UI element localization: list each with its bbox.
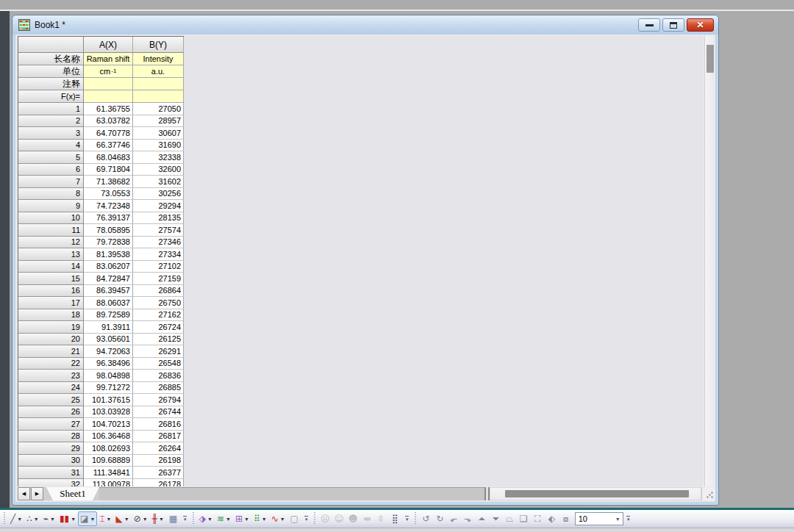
data-cell-a[interactable]: 61.36755 <box>84 103 133 115</box>
dropdown-arrow-icon[interactable]: ▼ <box>50 517 55 522</box>
data-cell-a[interactable]: 113.00978 <box>84 479 133 487</box>
data-cell-b[interactable]: 28957 <box>133 115 184 128</box>
data-cell-b[interactable]: 26794 <box>133 394 184 406</box>
tilt-left-button[interactable]: ⬐ <box>447 511 461 526</box>
rotate-ccw-button[interactable]: ↺ <box>419 511 433 526</box>
line-symbol-plot-button[interactable]: ⌁▼ <box>41 511 57 526</box>
multi-panel-plot-button[interactable]: ∿▼ <box>269 511 287 526</box>
data-cell-a[interactable]: 76.39137 <box>84 212 133 225</box>
scatter-plot-button[interactable]: ∴▼ <box>24 511 41 526</box>
3d-surface-plot-button[interactable]: ≋▼ <box>215 511 233 526</box>
line-plot-button[interactable]: ╱▼ <box>8 511 24 526</box>
toolbar-grip-2d-graphs[interactable] <box>3 512 6 525</box>
toolbar-grip-3d-rotation[interactable] <box>414 512 417 525</box>
increase-perspective-button[interactable]: ⏶ <box>475 511 489 526</box>
dropdown-arrow-icon[interactable]: ▼ <box>159 517 164 522</box>
fx-a-cell[interactable] <box>84 90 133 103</box>
stock-chart-button[interactable]: ╫▼ <box>150 511 166 526</box>
area-plot-button[interactable]: ◪▼ <box>78 511 97 526</box>
row-number-cell[interactable]: 11 <box>18 224 84 237</box>
close-button[interactable]: ✕ <box>687 18 714 32</box>
rotation-angle-combobox[interactable]: 10 ▼ <box>575 512 623 525</box>
row-number-cell[interactable]: 17 <box>18 297 84 309</box>
row-number-cell[interactable]: 27 <box>18 418 84 431</box>
data-cell-a[interactable]: 86.39457 <box>84 285 133 298</box>
data-cell-a[interactable]: 94.72063 <box>84 345 133 358</box>
data-cell-b[interactable]: 31690 <box>133 140 184 152</box>
comments-b-cell[interactable] <box>133 78 184 90</box>
dropdown-arrow-icon[interactable]: ▼ <box>107 517 112 522</box>
data-cell-b[interactable]: 26264 <box>133 442 184 455</box>
data-cell-a[interactable]: 106.36468 <box>84 431 133 443</box>
data-cell-a[interactable]: 84.72847 <box>84 273 133 285</box>
dropdown-arrow-icon[interactable]: ▼ <box>90 517 95 522</box>
data-cell-a[interactable]: 78.05895 <box>84 224 133 237</box>
data-cell-b[interactable]: 26836 <box>133 370 184 382</box>
scatter-matrix-button[interactable]: ⠿▼ <box>251 511 269 526</box>
row-number-cell[interactable]: 5 <box>18 151 84 164</box>
decrease-perspective-button[interactable]: ⏷ <box>489 511 503 526</box>
row-number-cell[interactable]: 1 <box>18 103 84 115</box>
edit-mask-mode-button[interactable]: ⣿ <box>388 511 402 526</box>
data-cell-a[interactable]: 73.0553 <box>84 188 133 201</box>
dropdown-arrow-icon[interactable]: ▼ <box>226 517 231 522</box>
data-cell-a[interactable]: 66.37746 <box>84 140 133 152</box>
row-number-cell[interactable]: 26 <box>18 406 84 419</box>
toolbar-overflow-mask[interactable]: ▼ <box>404 511 411 526</box>
data-cell-a[interactable]: 109.68889 <box>84 455 133 467</box>
dropdown-arrow-icon[interactable]: ▼ <box>262 517 267 522</box>
dropdown-arrow-icon[interactable]: ▼ <box>34 517 39 522</box>
row-number-cell[interactable]: 15 <box>18 273 84 285</box>
vertical-scrollbar[interactable] <box>704 36 715 486</box>
comments-a-cell[interactable] <box>84 78 133 90</box>
row-number-cell[interactable]: 7 <box>18 176 84 188</box>
data-cell-b[interactable]: 28135 <box>133 212 184 225</box>
fill-area-plot-button[interactable]: ◣▼ <box>114 511 132 526</box>
previous-sheet-button[interactable]: ◀ <box>18 487 30 500</box>
data-cell-a[interactable]: 101.37615 <box>84 394 133 406</box>
row-number-cell[interactable]: 16 <box>18 285 84 298</box>
reset-perspective-button[interactable]: ⏢ <box>503 511 517 526</box>
data-cell-b[interactable]: 26291 <box>133 345 184 358</box>
data-cell-a[interactable]: 74.72348 <box>84 200 133 212</box>
row-number-cell[interactable]: 6 <box>18 164 84 176</box>
data-cell-a[interactable]: 79.72838 <box>84 237 133 249</box>
3d-bars-plot-button[interactable]: ⬗▼ <box>197 511 215 526</box>
box-chart-button[interactable]: ⌶▼ <box>97 511 113 526</box>
toolbar-grip-mask[interactable] <box>313 512 316 525</box>
next-sheet-button[interactable]: ▶ <box>31 487 43 500</box>
data-cell-b[interactable]: 32338 <box>133 151 184 164</box>
data-cell-a[interactable]: 108.02693 <box>84 442 133 455</box>
data-cell-b[interactable]: 26198 <box>133 455 184 467</box>
data-cell-b[interactable]: 27346 <box>133 237 184 249</box>
row-number-cell[interactable]: 8 <box>18 188 84 201</box>
maximize-button[interactable] <box>662 18 684 32</box>
data-cell-b[interactable]: 26125 <box>133 334 184 346</box>
dropdown-arrow-icon[interactable]: ▼ <box>71 517 76 522</box>
toolbar-overflow-3d-rotation[interactable]: ▼ <box>625 511 632 526</box>
data-cell-b[interactable]: 27102 <box>133 261 184 273</box>
dropdown-arrow-icon[interactable]: ▼ <box>124 517 129 522</box>
row-number-cell[interactable]: 32 <box>18 479 84 487</box>
data-cell-a[interactable]: 89.72589 <box>84 309 133 322</box>
row-number-cell[interactable]: 14 <box>18 261 84 273</box>
horizontal-scrollbar-thumb[interactable] <box>505 490 689 497</box>
fx-row-label[interactable]: F(x)= <box>18 90 84 103</box>
data-cell-a[interactable]: 103.03928 <box>84 406 133 419</box>
data-cell-a[interactable]: 88.06037 <box>84 297 133 309</box>
dropdown-arrow-icon[interactable]: ▼ <box>207 517 212 522</box>
dropdown-arrow-icon[interactable]: ▼ <box>143 517 148 522</box>
tilt-right-button[interactable]: ⬎ <box>461 511 475 526</box>
data-cell-b[interactable]: 30607 <box>133 127 184 140</box>
row-number-cell[interactable]: 10 <box>18 212 84 225</box>
rotation-angle-dropdown-icon[interactable]: ▼ <box>615 517 623 522</box>
dropdown-arrow-icon[interactable]: ▼ <box>244 517 249 522</box>
row-number-cell[interactable]: 30 <box>18 455 84 467</box>
comments-row-label[interactable]: 注释 <box>18 78 84 90</box>
row-number-cell[interactable]: 25 <box>18 394 84 406</box>
data-cell-b[interactable]: 26744 <box>133 406 184 419</box>
data-cell-b[interactable]: 27159 <box>133 273 184 285</box>
data-cell-a[interactable]: 98.04898 <box>84 370 133 382</box>
units-a-cell[interactable]: cm-1 <box>84 65 133 78</box>
data-cell-b[interactable]: 27574 <box>133 224 184 237</box>
